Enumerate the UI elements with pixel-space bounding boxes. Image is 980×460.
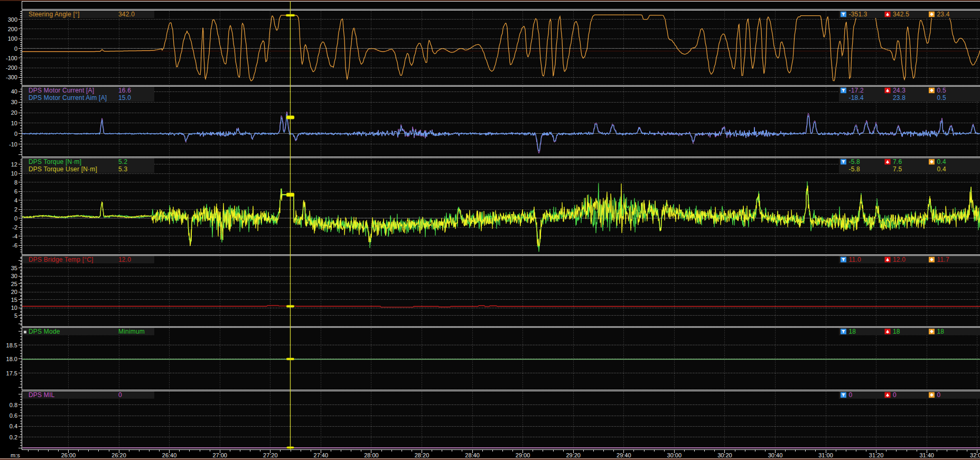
svg-text:0.4: 0.4 — [10, 423, 17, 429]
svg-text:23.4: 23.4 — [937, 11, 950, 18]
svg-text:11.7: 11.7 — [937, 256, 949, 263]
svg-text:-200: -200 — [6, 65, 17, 71]
svg-text:35: 35 — [11, 265, 17, 271]
svg-text:-5.8: -5.8 — [849, 158, 861, 165]
svg-text:0: 0 — [849, 391, 853, 399]
svg-text:-10: -10 — [9, 141, 17, 148]
svg-text:DPS Motor Current Aim [A]: DPS Motor Current Aim [A] — [29, 94, 107, 102]
svg-text:23.8: 23.8 — [893, 94, 906, 102]
svg-text:200: 200 — [8, 26, 17, 32]
svg-text:7.6: 7.6 — [893, 158, 902, 165]
svg-text:26:20: 26:20 — [111, 452, 126, 458]
svg-text:-5.8: -5.8 — [849, 165, 861, 173]
svg-text:Steering Angle [°]: Steering Angle [°] — [29, 11, 79, 18]
svg-text:18.0: 18.0 — [6, 356, 17, 362]
svg-text:6: 6 — [14, 188, 17, 195]
svg-text:Minimum: Minimum — [118, 328, 145, 335]
svg-text:26:40: 26:40 — [162, 452, 177, 458]
svg-text:0.2: 0.2 — [10, 434, 17, 440]
svg-text:-4: -4 — [12, 233, 17, 240]
svg-text:18: 18 — [849, 328, 856, 335]
svg-text:0.6: 0.6 — [10, 412, 17, 419]
svg-text:-351.3: -351.3 — [849, 11, 867, 18]
svg-text:26:00: 26:00 — [61, 452, 76, 458]
svg-text:30:40: 30:40 — [768, 452, 783, 458]
svg-text:0: 0 — [893, 391, 897, 399]
svg-text:300: 300 — [8, 16, 17, 23]
svg-text:30:20: 30:20 — [717, 452, 732, 458]
svg-text:12.0: 12.0 — [893, 256, 906, 263]
svg-text:29:40: 29:40 — [617, 452, 631, 458]
svg-text:-6: -6 — [12, 242, 17, 249]
svg-text:0: 0 — [937, 391, 941, 399]
svg-text:32:00: 32:00 — [970, 452, 980, 458]
svg-text:0: 0 — [14, 131, 17, 137]
svg-text:27:20: 27:20 — [263, 452, 278, 458]
svg-text:31:00: 31:00 — [818, 452, 833, 458]
svg-text:15: 15 — [11, 297, 17, 303]
svg-text:10: 10 — [11, 305, 17, 311]
svg-text:DPS Mode: DPS Mode — [29, 328, 60, 335]
svg-text:0.4: 0.4 — [937, 165, 946, 173]
svg-text:DPS MIL: DPS MIL — [29, 391, 55, 399]
svg-text:DPS Torque [N·m]: DPS Torque [N·m] — [29, 158, 81, 165]
svg-text:0: 0 — [118, 391, 122, 399]
svg-text:-100: -100 — [6, 55, 17, 61]
svg-text:15.0: 15.0 — [118, 94, 131, 102]
svg-text:28:20: 28:20 — [415, 452, 430, 458]
svg-text:31:40: 31:40 — [919, 452, 934, 458]
svg-text:DPS Torque User [N·m]: DPS Torque User [N·m] — [29, 165, 97, 173]
svg-text:5: 5 — [14, 312, 17, 319]
svg-text:2: 2 — [14, 206, 17, 213]
svg-text:12.0: 12.0 — [118, 256, 131, 263]
svg-text:10: 10 — [11, 120, 17, 126]
svg-text:11.0: 11.0 — [849, 256, 861, 263]
svg-text:20: 20 — [11, 289, 17, 295]
svg-text:5.2: 5.2 — [118, 158, 127, 165]
svg-text:29:00: 29:00 — [516, 452, 530, 458]
svg-text:-17.2: -17.2 — [849, 87, 864, 94]
svg-text:27:40: 27:40 — [314, 452, 329, 458]
svg-text:24.3: 24.3 — [893, 87, 906, 94]
svg-text:12: 12 — [11, 161, 17, 168]
svg-text:31:20: 31:20 — [869, 452, 884, 458]
svg-text:m:s: m:s — [11, 452, 20, 458]
svg-text:10: 10 — [11, 170, 17, 177]
svg-text:40: 40 — [11, 88, 17, 95]
svg-text:25: 25 — [11, 281, 17, 287]
svg-text:5.3: 5.3 — [118, 165, 127, 173]
svg-text:100: 100 — [8, 35, 17, 42]
svg-text:7.5: 7.5 — [893, 165, 902, 173]
svg-text:0: 0 — [14, 215, 17, 222]
svg-text:8: 8 — [14, 179, 17, 186]
svg-text:30:00: 30:00 — [667, 452, 682, 458]
svg-text:0.4: 0.4 — [937, 158, 946, 165]
svg-text:0.5: 0.5 — [937, 94, 946, 102]
svg-text:18: 18 — [893, 328, 900, 335]
svg-text:DPS Bridge Temp [°C]: DPS Bridge Temp [°C] — [29, 256, 94, 263]
svg-text:-2: -2 — [12, 224, 17, 231]
svg-text:30: 30 — [11, 273, 17, 279]
svg-text:27:00: 27:00 — [212, 452, 227, 458]
svg-text:342.5: 342.5 — [893, 11, 909, 18]
svg-text:16.6: 16.6 — [118, 87, 131, 94]
svg-text:342.0: 342.0 — [118, 11, 135, 18]
svg-text:17.5: 17.5 — [6, 370, 17, 376]
svg-text:29:20: 29:20 — [566, 452, 581, 458]
svg-text:30: 30 — [11, 99, 17, 105]
svg-text:18.5: 18.5 — [6, 342, 17, 348]
svg-text:18: 18 — [937, 328, 945, 335]
svg-text:0: 0 — [14, 45, 17, 52]
svg-text:28:40: 28:40 — [465, 452, 480, 458]
svg-text:28:00: 28:00 — [364, 452, 379, 458]
svg-text:DPS Motor Current [A]: DPS Motor Current [A] — [29, 87, 94, 94]
svg-text:20: 20 — [11, 109, 17, 116]
svg-text:-18.4: -18.4 — [849, 94, 864, 102]
svg-text:0.8: 0.8 — [10, 402, 17, 408]
svg-text:-300: -300 — [6, 74, 17, 80]
svg-text:0.5: 0.5 — [937, 87, 946, 94]
svg-text:4: 4 — [14, 197, 17, 204]
